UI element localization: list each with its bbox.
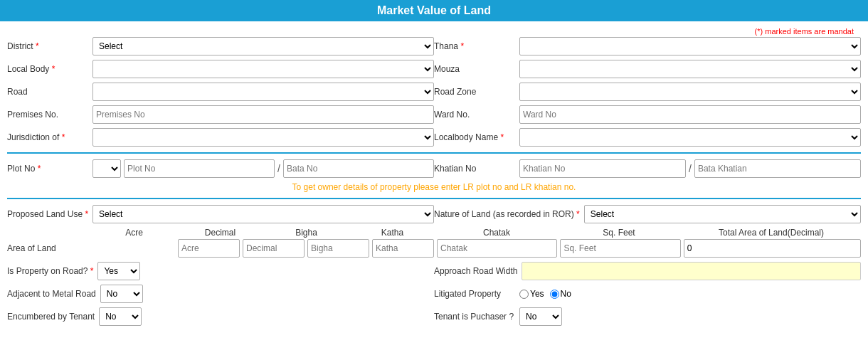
bigha-header: Bigha xyxy=(265,228,348,238)
litigated-label: Litigated Property xyxy=(434,289,519,299)
area-col-headers-right: Chatak Sq. Feet Total Area of Land(Decim… xyxy=(434,228,861,238)
area-inputs-group-left xyxy=(178,239,434,258)
thana-select[interactable] xyxy=(519,37,861,55)
chatak-header: Chatak xyxy=(437,228,556,238)
road-section: Road xyxy=(7,83,434,101)
area-col-headers-left: Acre Decimal Bigha Katha xyxy=(92,228,434,238)
nature-of-land-select[interactable]: Select xyxy=(584,205,861,223)
localbody-label: Local Body * xyxy=(7,64,92,74)
plot-no-label: Plot No * xyxy=(7,164,92,174)
localbody-control xyxy=(92,60,434,78)
mouza-control xyxy=(519,60,861,78)
header-bar: Market Value of Land xyxy=(0,0,868,21)
road-select[interactable] xyxy=(92,83,434,101)
ward-no-section: Ward No. xyxy=(434,105,861,124)
tenant-purchaser-select[interactable]: No Yes xyxy=(519,307,562,326)
plot-no-input[interactable] xyxy=(124,159,275,178)
area-inputs-left: Area of Land xyxy=(7,239,434,258)
thana-label: Thana * xyxy=(434,41,519,51)
jurisdiction-section: Jurisdiction of * xyxy=(7,128,434,147)
approach-road-section: Approach Road Width xyxy=(434,262,861,280)
road-zone-control xyxy=(519,83,861,101)
proposed-nature-row: Proposed Land Use * Select Nature of Lan… xyxy=(7,205,861,223)
total-area-header: Total Area of Land(Decimal) xyxy=(682,228,861,238)
litigated-no-radio[interactable] xyxy=(550,290,559,299)
tenant-purchaser-label: Tenant is Puchaser ? xyxy=(434,312,519,322)
encumbered-select[interactable]: No Yes xyxy=(99,307,142,326)
thana-control xyxy=(519,37,861,55)
localbody-mouza-row: Local Body * Mouza xyxy=(7,60,861,78)
decimal-input[interactable] xyxy=(243,239,305,258)
district-control: Select xyxy=(92,37,434,55)
localbodyname-select[interactable] xyxy=(519,128,861,147)
jurisdiction-localbodyname-row: Jurisdiction of * Localbody Name * xyxy=(7,128,861,147)
katha-header: Katha xyxy=(351,228,434,238)
area-left-headers: Acre Decimal Bigha Katha xyxy=(7,228,434,238)
divider-1 xyxy=(7,152,861,154)
khatian-input-group: / xyxy=(519,159,861,178)
mouza-select[interactable] xyxy=(519,60,861,78)
katha-input[interactable] xyxy=(372,239,434,258)
litigated-yes-radio[interactable] xyxy=(519,290,529,299)
road-roadzone-row: Road Road Zone xyxy=(7,83,861,101)
area-inputs-group-right xyxy=(437,239,861,258)
property-on-road-label: Is Property on Road? * xyxy=(7,266,97,276)
district-select[interactable]: Select xyxy=(92,37,434,55)
localbodyname-control xyxy=(519,128,861,147)
adjacent-section: Adjacent to Metal Road No Yes xyxy=(7,285,434,303)
road-control xyxy=(92,83,434,101)
tenant-purchaser-section: Tenant is Puchaser ? No Yes xyxy=(434,307,861,326)
khatian-section: Khatian No / xyxy=(434,159,861,178)
proposed-land-use-select[interactable]: Select xyxy=(92,205,434,223)
mandatory-note: (*) marked items are mandat xyxy=(7,24,861,37)
bata-no-input[interactable] xyxy=(283,159,434,178)
jurisdiction-control xyxy=(92,128,434,147)
area-inputs-right xyxy=(434,239,861,258)
sqfeet-input[interactable] xyxy=(560,239,680,258)
nature-of-land-control: Select xyxy=(584,205,861,223)
bata-khatian-input[interactable] xyxy=(694,159,861,178)
district-thana-row: District * Select Thana * xyxy=(7,37,861,55)
localbodyname-label: Localbody Name * xyxy=(434,132,519,142)
adjacent-litigated-row: Adjacent to Metal Road No Yes Litigated … xyxy=(7,285,861,303)
property-on-road-select[interactable]: Yes No xyxy=(97,262,140,280)
khatian-no-input[interactable] xyxy=(519,159,686,178)
area-right-headers: Chatak Sq. Feet Total Area of Land(Decim… xyxy=(434,228,861,238)
district-section: District * Select xyxy=(7,37,434,55)
premises-input[interactable] xyxy=(92,105,434,124)
proposed-land-use-section: Proposed Land Use * Select xyxy=(7,205,434,223)
jurisdiction-select[interactable] xyxy=(92,128,434,147)
adjacent-select[interactable]: No Yes xyxy=(100,285,143,303)
area-inputs-row: Area of Land xyxy=(7,239,861,258)
mouza-label: Mouza xyxy=(434,64,519,74)
acre-input[interactable] xyxy=(178,239,240,258)
adjacent-control: No Yes xyxy=(100,285,143,303)
ward-no-control xyxy=(519,105,861,124)
bigha-input[interactable] xyxy=(307,239,369,258)
approach-road-input[interactable] xyxy=(522,262,861,280)
property-road-row: Is Property on Road? * Yes No Approach R… xyxy=(7,262,861,280)
localbodyname-section: Localbody Name * xyxy=(434,128,861,147)
ward-no-input[interactable] xyxy=(519,105,861,124)
area-of-land-label: Area of Land xyxy=(7,243,92,253)
proposed-land-use-label: Proposed Land Use * xyxy=(7,209,92,219)
form-container: (*) marked items are mandat District * S… xyxy=(0,21,868,337)
area-header-row: Acre Decimal Bigha Katha Chatak Sq. Feet… xyxy=(7,228,861,238)
plot-khatian-row: Plot No * / Khatian No / xyxy=(7,159,861,178)
plot-type-select[interactable] xyxy=(92,159,121,178)
chatak-input[interactable] xyxy=(437,239,557,258)
road-zone-select[interactable] xyxy=(519,83,861,101)
district-label: District * xyxy=(7,41,92,51)
litigated-section: Litigated Property Yes No xyxy=(434,289,861,299)
road-zone-section: Road Zone xyxy=(434,83,861,101)
localbody-select[interactable] xyxy=(92,60,434,78)
encumbered-tenant-row: Encumbered by Tenant No Yes Tenant is Pu… xyxy=(7,307,861,326)
litigated-no-label[interactable]: No xyxy=(550,289,571,299)
decimal-header: Decimal xyxy=(179,228,262,238)
proposed-land-use-control: Select xyxy=(92,205,434,223)
premises-section: Premises No. xyxy=(7,105,434,124)
plot-no-section: Plot No * / xyxy=(7,159,434,178)
road-label: Road xyxy=(7,87,92,97)
litigated-yes-label[interactable]: Yes xyxy=(519,289,544,299)
localbody-section: Local Body * xyxy=(7,60,434,78)
